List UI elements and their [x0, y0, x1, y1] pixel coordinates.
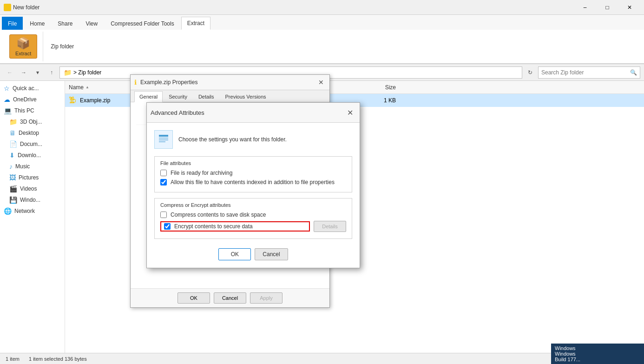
column-size[interactable]: Size — [353, 84, 400, 91]
compress-label: Compress contents to save disk space — [171, 212, 266, 218]
tab-view[interactable]: View — [79, 17, 104, 30]
advanced-header-text: Choose the settings you want for this fo… — [178, 136, 287, 143]
refresh-button[interactable]: ↻ — [524, 66, 536, 79]
properties-icon: ℹ — [134, 79, 137, 86]
tab-previous-versions[interactable]: Previous Versions — [220, 91, 271, 102]
zip-folder-label: Zip folder — [47, 42, 78, 51]
encrypt-checkbox[interactable] — [164, 223, 171, 230]
encrypt-highlight-box: Encrypt contents to secure data — [160, 221, 310, 232]
svg-rect-3 — [159, 141, 165, 142]
ribbon: File Home Share View Compressed Folder T… — [0, 15, 644, 64]
pictures-icon: 🖼 — [9, 174, 16, 181]
sidebar-item-desktop[interactable]: 🖥 Desktop — [6, 127, 65, 139]
file-size-cell: 1 KB — [353, 97, 400, 104]
sidebar-item-network[interactable]: 🌐 Network — [0, 205, 65, 217]
compress-encrypt-title: Compress or Encrypt attributes — [160, 202, 346, 208]
network-icon: 🌐 — [4, 207, 12, 215]
tab-general[interactable]: General — [134, 91, 163, 102]
sidebar-item-downloads[interactable]: ⬇ Downlo... — [6, 150, 65, 161]
archive-checkbox[interactable] — [160, 170, 167, 176]
up-button[interactable]: ↑ — [46, 66, 58, 79]
advanced-header-icon — [154, 130, 173, 149]
svg-rect-1 — [159, 138, 168, 139]
ribbon-group-extract: 📦 Extract — [4, 32, 43, 61]
archive-row: File is ready for archiving — [160, 170, 346, 176]
windows-line3: Build 177... — [555, 357, 640, 362]
tab-compressed[interactable]: Compressed Folder Tools — [105, 17, 180, 30]
ribbon-content: 📦 Extract Zip folder — [0, 30, 644, 64]
ribbon-tabs: File Home Share View Compressed Folder T… — [0, 15, 644, 30]
forward-button[interactable]: → — [18, 66, 30, 79]
windows-line2: Windows — [555, 351, 640, 357]
search-box[interactable]: 🔍 — [538, 66, 640, 79]
sidebar-item-music[interactable]: ♪ Music — [6, 161, 65, 172]
videos-icon: 🎬 — [9, 185, 17, 192]
details-button[interactable]: Details — [314, 221, 346, 232]
tab-home[interactable]: Home — [24, 17, 51, 30]
svg-rect-0 — [159, 135, 168, 137]
zip-icon: 🗜 — [69, 96, 76, 105]
sort-arrow-name: ▲ — [85, 85, 89, 89]
download-icon: ⬇ — [9, 152, 15, 159]
archive-label: File is ready for archiving — [171, 170, 232, 176]
advanced-title-bar: Advanced Attributes ✕ — [147, 103, 360, 123]
sidebar-item-pictures[interactable]: 🖼 Pictures — [6, 172, 65, 183]
sidebar-item-this-pc[interactable]: 💻 This PC — [0, 105, 65, 116]
item-count: 1 item — [6, 356, 20, 362]
docs-icon: 📄 — [9, 140, 17, 148]
sidebar-item-onedrive[interactable]: ☁ OneDrive — [0, 94, 65, 105]
close-button[interactable]: ✕ — [619, 0, 640, 15]
extract-button[interactable]: 📦 Extract — [9, 34, 37, 59]
file-attributes-section: File attributes File is ready for archiv… — [154, 156, 352, 192]
advanced-close-button[interactable]: ✕ — [344, 106, 356, 119]
music-icon: ♪ — [9, 163, 13, 170]
status-bar: 1 item 1 item selected 136 bytes ⊞ ≡ — [0, 353, 644, 364]
folder-icon: 📁 — [64, 69, 72, 76]
compress-row: Compress contents to save disk space — [160, 212, 346, 218]
star-icon: ☆ — [4, 85, 10, 92]
tab-share[interactable]: Share — [52, 17, 79, 30]
windows-line1: Windows — [555, 345, 640, 351]
properties-cancel-button[interactable]: Cancel — [214, 292, 246, 304]
computer-icon: 💻 — [4, 107, 12, 114]
recent-button[interactable]: ▾ — [32, 66, 44, 79]
sidebar-item-windows[interactable]: 💾 Windo... — [6, 194, 65, 205]
tab-security[interactable]: Security — [164, 91, 192, 102]
sidebar-item-quick-access[interactable]: ☆ Quick ac... — [0, 83, 65, 94]
properties-close-button[interactable]: ✕ — [316, 78, 326, 87]
encrypt-label: Encrypt contents to secure data — [174, 223, 253, 230]
advanced-body: Choose the settings you want for this fo… — [147, 123, 360, 268]
advanced-ok-button[interactable]: OK — [218, 248, 251, 260]
properties-title: Example.zip Properties — [140, 79, 316, 86]
back-button[interactable]: ← — [4, 66, 16, 79]
minimize-button[interactable]: – — [574, 0, 596, 15]
search-icon: 🔍 — [630, 69, 637, 76]
sidebar-item-videos[interactable]: 🎬 Videos — [6, 183, 65, 194]
properties-footer: OK Cancel Apply — [131, 288, 329, 307]
tab-details[interactable]: Details — [193, 91, 219, 102]
windows-drive-icon: 💾 — [9, 196, 17, 204]
maximize-button[interactable]: □ — [597, 0, 618, 15]
title-bar: New folder – □ ✕ — [0, 0, 644, 15]
sidebar-item-3dobjects[interactable]: 📁 3D Obj... — [6, 116, 65, 127]
properties-apply-button[interactable]: Apply — [250, 292, 283, 304]
index-row: Allow this file to have contents indexed… — [160, 179, 346, 185]
extract-icon: 📦 — [16, 37, 30, 50]
search-input[interactable] — [541, 69, 630, 76]
advanced-header-row: Choose the settings you want for this fo… — [154, 130, 352, 149]
tab-extract[interactable]: Extract — [181, 17, 210, 30]
sidebar-item-documents[interactable]: 📄 Docum... — [6, 139, 65, 150]
encrypt-row: Encrypt contents to secure data Details — [160, 221, 346, 232]
properties-ok-button[interactable]: OK — [177, 292, 210, 304]
compress-checkbox[interactable] — [160, 212, 167, 218]
tab-file[interactable]: File — [2, 17, 23, 30]
file-attributes-title: File attributes — [160, 160, 346, 166]
window-title: New folder — [13, 4, 574, 11]
svg-rect-2 — [159, 139, 168, 140]
properties-tabs: General Security Details Previous Versio… — [131, 90, 329, 102]
advanced-cancel-button[interactable]: Cancel — [255, 248, 288, 260]
index-checkbox[interactable] — [160, 179, 167, 185]
advanced-title: Advanced Attributes — [151, 109, 344, 116]
desktop-icon: 🖥 — [9, 129, 16, 137]
app-icon — [4, 4, 11, 11]
